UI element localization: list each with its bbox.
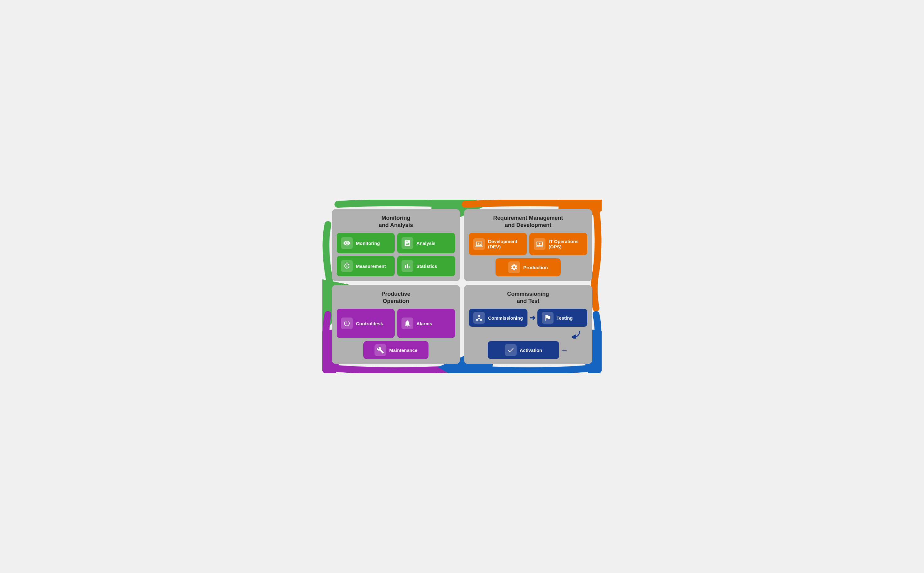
development-label: Development(DEV) (488, 239, 517, 249)
controldesk-button[interactable]: Controldesk (337, 309, 395, 338)
stopwatch-icon (341, 260, 353, 272)
alarms-label: Alarms (416, 321, 432, 326)
arrow-left-icon: ← (561, 346, 568, 354)
monitoring-button[interactable]: Monitoring (337, 233, 395, 253)
checkmark-icon (505, 344, 517, 356)
ops-icon (534, 238, 546, 250)
commissioning-button[interactable]: Commissioning (469, 309, 527, 327)
controldesk-label: Controldesk (356, 321, 383, 326)
operation-items-top: Controldesk Alarms (337, 309, 455, 338)
power-icon (341, 318, 353, 329)
testing-button[interactable]: Testing (537, 309, 587, 327)
analysis-button[interactable]: Analysis (397, 233, 455, 253)
svg-point-6 (539, 243, 541, 245)
analysis-label: Analysis (416, 241, 436, 246)
itops-label: IT Operations(OPS) (549, 239, 579, 249)
monitoring-quadrant: Monitoring and Analysis Monitoring Analy… (332, 209, 460, 281)
production-button[interactable]: Production (496, 258, 561, 276)
requirement-quadrant: Requirement Managementand Development De… (464, 209, 592, 281)
measurement-button[interactable]: Measurement (337, 256, 395, 276)
bell-icon (402, 318, 413, 329)
quadrants-grid: Monitoring and Analysis Monitoring Analy… (322, 200, 602, 373)
arrow-down-icon (469, 329, 587, 338)
activation-button[interactable]: Activation (488, 341, 559, 359)
alarms-button[interactable]: Alarms (397, 309, 455, 338)
maintenance-button[interactable]: Maintenance (363, 341, 428, 359)
main-container: Monitoring and Analysis Monitoring Analy… (322, 200, 602, 373)
measurement-label: Measurement (356, 263, 386, 269)
commissioning-title: Commissioningand Test (469, 291, 587, 304)
eye-icon (341, 237, 353, 249)
testing-icon (542, 312, 554, 324)
operation-quadrant: ProductiveOperation Controldesk Alarms (332, 285, 460, 364)
network-icon (473, 312, 485, 324)
statistics-button[interactable]: Statistics (397, 256, 455, 276)
requirement-items: Development(DEV) IT Operations(OPS) (469, 233, 587, 255)
barchart-icon (402, 260, 413, 272)
development-button[interactable]: Development(DEV) (469, 233, 527, 255)
operation-title: ProductiveOperation (337, 291, 455, 304)
calculator-icon (402, 237, 413, 249)
maintenance-label: Maintenance (389, 348, 417, 353)
production-label: Production (523, 265, 547, 270)
gear-icon (508, 261, 520, 273)
commissioning-quadrant: Commissioningand Test Commissioning ➜ (464, 285, 592, 364)
testing-label: Testing (557, 315, 573, 321)
itops-button[interactable]: IT Operations(OPS) (529, 233, 587, 255)
requirement-title: Requirement Managementand Development (469, 214, 587, 229)
monitoring-label: Monitoring (356, 241, 380, 246)
monitoring-title: Monitoring and Analysis (337, 214, 455, 229)
monitoring-items: Monitoring Analysis Measurement (337, 233, 455, 276)
activation-label: Activation (520, 348, 542, 353)
dev-icon (473, 238, 485, 250)
statistics-label: Statistics (416, 263, 437, 269)
wrench-icon (375, 344, 386, 356)
arrow-right-icon: ➜ (529, 313, 535, 322)
commissioning-label: Commissioning (488, 315, 523, 321)
